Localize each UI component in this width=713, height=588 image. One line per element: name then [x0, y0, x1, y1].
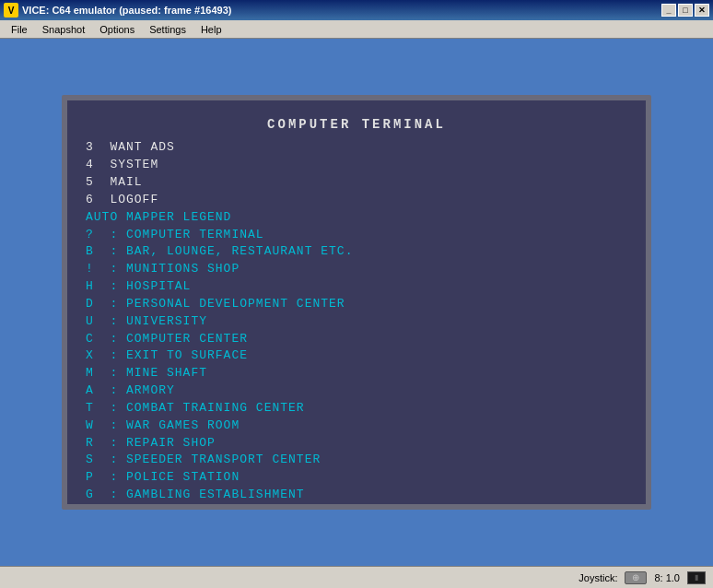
screen-line: P : POLICE STATION: [86, 469, 627, 487]
drive-status: 8: 1.0: [654, 572, 680, 583]
menu-bar: File Snapshot Options Settings Help: [0, 20, 713, 39]
menu-options[interactable]: Options: [92, 22, 142, 37]
maximize-button[interactable]: □: [678, 4, 693, 17]
joystick-label: Joystick:: [579, 572, 617, 583]
close-button[interactable]: ✕: [695, 4, 709, 17]
screen-line: W : WAR GAMES ROOM: [86, 417, 627, 435]
screen-line: 6 LOGOFF: [86, 192, 627, 209]
status-bar: Joystick: ⊕ 8: 1.0 ▮: [0, 566, 713, 588]
screen-line: D : PERSONAL DEVELOPMENT CENTER: [86, 296, 627, 313]
screen-title: COMPUTER TERMINAL: [86, 115, 627, 134]
screen-line: B : BAR, LOUNGE, RESTAURANT ETC.: [86, 243, 627, 261]
app-icon: V: [4, 3, 18, 18]
title-buttons: _ □ ✕: [661, 4, 709, 17]
screen-line: C : COMPUTER CENTER: [86, 331, 627, 348]
screen-line: 4 SYSTEM: [86, 157, 627, 174]
screen-line: M : MINE SHAFT: [86, 365, 627, 382]
emulator-area: COMPUTER TERMINAL 3 WANT ADS4 SYSTEM5 MA…: [0, 39, 713, 566]
screen-line: A : ARMORY: [86, 382, 627, 400]
c64-screen: COMPUTER TERMINAL 3 WANT ADS4 SYSTEM5 MA…: [62, 95, 651, 510]
drive-led: ▮: [687, 571, 706, 584]
menu-settings[interactable]: Settings: [142, 22, 193, 37]
screen-line: X : EXIT TO SURFACE: [86, 347, 627, 365]
menu-file[interactable]: File: [4, 22, 35, 37]
screen-line: O : CONTROLLER'S OFFICE: [86, 504, 627, 510]
joystick-icon: ⊕: [625, 571, 647, 584]
screen-line: R : REPAIR SHOP: [86, 435, 627, 453]
screen-line: U : UNIVERSITY: [86, 313, 627, 331]
minimize-button[interactable]: _: [661, 4, 676, 17]
screen-line: S : SPEEDER TRANSPORT CENTER: [86, 452, 627, 469]
title-bar-left: V VICE: C64 emulator (paused: frame #164…: [4, 3, 231, 18]
screen-line: H : HOSPITAL: [86, 278, 627, 296]
screen-line: 5 MAIL: [86, 174, 627, 192]
screen-line: ? : COMPUTER TERMINAL: [86, 227, 627, 244]
screen-line: T : COMBAT TRAINING CENTER: [86, 400, 627, 417]
screen-line: ! : MUNITIONS SHOP: [86, 261, 627, 278]
menu-snapshot[interactable]: Snapshot: [35, 22, 92, 37]
screen-line: 3 WANT ADS: [86, 139, 627, 157]
menu-help[interactable]: Help: [193, 22, 229, 37]
screen-line: G : GAMBLING ESTABLISHMENT: [86, 487, 627, 504]
window-title: VICE: C64 emulator (paused: frame #16493…: [22, 5, 231, 16]
screen-line: AUTO MAPPER LEGEND: [86, 209, 627, 227]
title-bar: V VICE: C64 emulator (paused: frame #164…: [0, 0, 713, 20]
screen-content: 3 WANT ADS4 SYSTEM5 MAIL6 LOGOFFAUTO MAP…: [86, 139, 627, 510]
